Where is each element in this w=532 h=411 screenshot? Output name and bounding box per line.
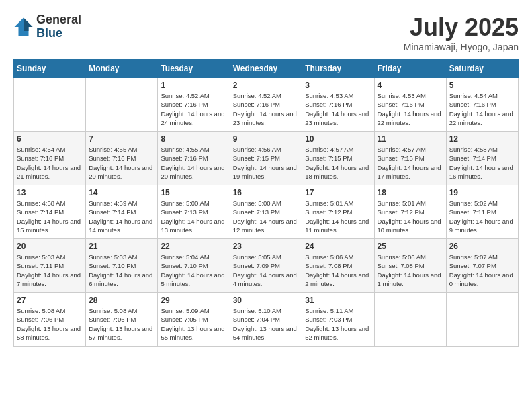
day-number: 7 [89,134,154,144]
day-number: 17 [305,188,371,197]
day-number: 25 [378,242,443,251]
day-number: 1 [161,81,226,90]
day-number: 16 [233,188,300,197]
day-cell [86,78,158,132]
day-cell: 1Sunrise: 4:52 AM Sunset: 7:16 PM Daylig… [158,78,230,132]
day-info: Sunrise: 5:08 AM Sunset: 7:06 PM Dayligh… [89,306,154,342]
day-number: 19 [449,188,515,197]
header-cell-monday: Monday [86,60,158,78]
day-info: Sunrise: 4:55 AM Sunset: 7:16 PM Dayligh… [89,145,154,181]
day-info: Sunrise: 5:03 AM Sunset: 7:10 PM Dayligh… [89,253,154,288]
day-cell: 12Sunrise: 4:58 AM Sunset: 7:14 PM Dayli… [446,132,518,185]
day-cell: 15Sunrise: 5:00 AM Sunset: 7:13 PM Dayli… [158,185,230,239]
day-number: 23 [233,242,300,251]
day-number: 12 [449,134,515,144]
calendar-table: SundayMondayTuesdayWednesdayThursdayFrid… [13,59,519,347]
day-info: Sunrise: 5:09 AM Sunset: 7:05 PM Dayligh… [161,306,226,342]
day-number: 5 [449,81,515,90]
day-info: Sunrise: 5:00 AM Sunset: 7:13 PM Dayligh… [161,199,226,234]
title-block: July 2025 Minamiawaji, Hyogo, Japan [404,13,519,52]
day-number: 2 [233,81,300,90]
calendar-body: 1Sunrise: 4:52 AM Sunset: 7:16 PM Daylig… [14,78,519,347]
day-number: 11 [378,134,443,144]
week-row-4: 27Sunrise: 5:08 AM Sunset: 7:06 PM Dayli… [14,293,519,347]
day-number: 6 [17,134,83,144]
day-info: Sunrise: 5:01 AM Sunset: 7:12 PM Dayligh… [305,199,371,234]
day-info: Sunrise: 5:06 AM Sunset: 7:08 PM Dayligh… [378,253,443,288]
day-cell: 29Sunrise: 5:09 AM Sunset: 7:05 PM Dayli… [158,293,230,347]
day-number: 20 [17,242,83,251]
day-cell: 5Sunrise: 4:54 AM Sunset: 7:16 PM Daylig… [446,78,518,132]
day-cell: 28Sunrise: 5:08 AM Sunset: 7:06 PM Dayli… [86,293,158,347]
day-number: 9 [233,134,300,144]
day-info: Sunrise: 5:05 AM Sunset: 7:09 PM Dayligh… [233,253,300,288]
day-number: 3 [305,81,371,90]
day-info: Sunrise: 4:53 AM Sunset: 7:16 PM Dayligh… [305,91,371,127]
day-cell [14,78,86,132]
week-row-3: 20Sunrise: 5:03 AM Sunset: 7:11 PM Dayli… [14,239,519,293]
day-cell: 18Sunrise: 5:01 AM Sunset: 7:12 PM Dayli… [374,185,446,239]
day-cell: 19Sunrise: 5:02 AM Sunset: 7:11 PM Dayli… [446,185,518,239]
day-number: 29 [161,295,226,305]
day-cell: 16Sunrise: 5:00 AM Sunset: 7:13 PM Dayli… [230,185,302,239]
day-info: Sunrise: 4:52 AM Sunset: 7:16 PM Dayligh… [161,91,226,127]
day-cell [374,293,446,347]
header-cell-sunday: Sunday [14,60,86,78]
week-row-0: 1Sunrise: 4:52 AM Sunset: 7:16 PM Daylig… [14,78,519,132]
day-info: Sunrise: 4:53 AM Sunset: 7:16 PM Dayligh… [378,91,443,127]
day-cell: 9Sunrise: 4:56 AM Sunset: 7:15 PM Daylig… [230,132,302,185]
day-info: Sunrise: 4:52 AM Sunset: 7:16 PM Dayligh… [233,91,300,127]
day-number: 14 [89,188,154,197]
header-cell-wednesday: Wednesday [230,60,302,78]
day-info: Sunrise: 5:06 AM Sunset: 7:08 PM Dayligh… [305,253,371,288]
week-row-2: 13Sunrise: 4:58 AM Sunset: 7:14 PM Dayli… [14,185,519,239]
month-title: July 2025 [404,13,519,42]
day-number: 28 [89,295,154,305]
day-info: Sunrise: 4:58 AM Sunset: 7:14 PM Dayligh… [17,199,83,234]
day-cell: 21Sunrise: 5:03 AM Sunset: 7:10 PM Dayli… [86,239,158,293]
day-info: Sunrise: 5:07 AM Sunset: 7:07 PM Dayligh… [449,253,515,288]
day-cell: 10Sunrise: 4:57 AM Sunset: 7:15 PM Dayli… [302,132,374,185]
logo-icon [13,17,34,37]
day-info: Sunrise: 5:01 AM Sunset: 7:12 PM Dayligh… [378,199,443,234]
logo-general-text: General [36,13,81,27]
day-cell: 23Sunrise: 5:05 AM Sunset: 7:09 PM Dayli… [230,239,302,293]
day-number: 30 [233,295,300,305]
day-number: 10 [305,134,371,144]
day-cell: 20Sunrise: 5:03 AM Sunset: 7:11 PM Dayli… [14,239,86,293]
day-cell [446,293,518,347]
logo-blue-text: Blue [36,27,81,40]
day-number: 27 [17,295,83,305]
day-cell: 30Sunrise: 5:10 AM Sunset: 7:04 PM Dayli… [230,293,302,347]
location: Minamiawaji, Hyogo, Japan [404,42,519,52]
day-info: Sunrise: 4:59 AM Sunset: 7:14 PM Dayligh… [89,199,154,234]
header-cell-tuesday: Tuesday [158,60,230,78]
day-number: 22 [161,242,226,251]
day-info: Sunrise: 5:00 AM Sunset: 7:13 PM Dayligh… [233,199,300,234]
day-cell: 13Sunrise: 4:58 AM Sunset: 7:14 PM Dayli… [14,185,86,239]
day-number: 8 [161,134,226,144]
day-info: Sunrise: 4:55 AM Sunset: 7:16 PM Dayligh… [161,145,226,181]
day-cell: 26Sunrise: 5:07 AM Sunset: 7:07 PM Dayli… [446,239,518,293]
header-row: SundayMondayTuesdayWednesdayThursdayFrid… [14,60,519,78]
logo-text: General Blue [36,13,81,40]
day-cell: 14Sunrise: 4:59 AM Sunset: 7:14 PM Dayli… [86,185,158,239]
day-info: Sunrise: 4:56 AM Sunset: 7:15 PM Dayligh… [233,145,300,181]
day-cell: 22Sunrise: 5:04 AM Sunset: 7:10 PM Dayli… [158,239,230,293]
day-info: Sunrise: 5:03 AM Sunset: 7:11 PM Dayligh… [17,253,83,288]
day-number: 31 [305,295,371,305]
day-cell: 2Sunrise: 4:52 AM Sunset: 7:16 PM Daylig… [230,78,302,132]
day-cell: 24Sunrise: 5:06 AM Sunset: 7:08 PM Dayli… [302,239,374,293]
day-cell: 27Sunrise: 5:08 AM Sunset: 7:06 PM Dayli… [14,293,86,347]
day-info: Sunrise: 5:11 AM Sunset: 7:03 PM Dayligh… [305,306,371,342]
logo: General Blue [13,13,81,40]
header-cell-friday: Friday [374,60,446,78]
page-header: General Blue July 2025 Minamiawaji, Hyog… [13,13,519,52]
day-cell: 6Sunrise: 4:54 AM Sunset: 7:16 PM Daylig… [14,132,86,185]
day-info: Sunrise: 4:54 AM Sunset: 7:16 PM Dayligh… [17,145,83,181]
day-cell: 31Sunrise: 5:11 AM Sunset: 7:03 PM Dayli… [302,293,374,347]
day-info: Sunrise: 4:57 AM Sunset: 7:15 PM Dayligh… [378,145,443,181]
day-cell: 3Sunrise: 4:53 AM Sunset: 7:16 PM Daylig… [302,78,374,132]
day-number: 24 [305,242,371,251]
svg-marker-1 [24,17,33,31]
